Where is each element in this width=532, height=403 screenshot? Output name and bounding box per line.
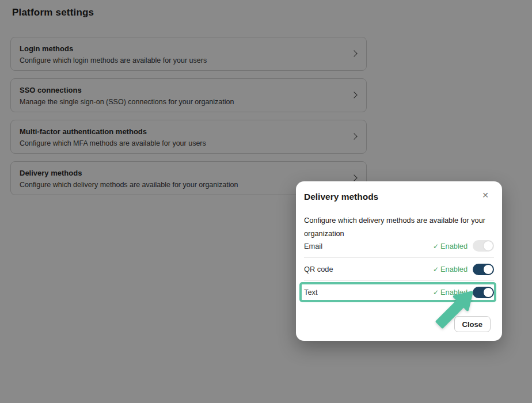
toggle-knob [484, 241, 493, 250]
text-toggle[interactable] [473, 287, 494, 298]
status-label: Enabled [440, 288, 468, 296]
toggle-knob [484, 265, 493, 274]
row-qr-code: QR code ✓Enabled [304, 257, 494, 280]
close-button[interactable]: Close [454, 316, 491, 332]
toggle-knob [484, 288, 493, 297]
status-label: Enabled [440, 242, 468, 250]
row-email: Email ✓Enabled [304, 234, 494, 257]
row-label: QR code [304, 265, 333, 273]
row-text: Text ✓Enabled [304, 280, 494, 303]
status-enabled: ✓Enabled [433, 242, 468, 250]
email-toggle[interactable] [473, 240, 494, 252]
status-enabled: ✓Enabled [433, 288, 468, 296]
delivery-methods-modal: Delivery methods ✕ Configure which deliv… [296, 181, 502, 341]
delivery-method-list: Email ✓Enabled QR code ✓Enabled Text ✓En… [304, 234, 494, 303]
row-label: Email [304, 242, 322, 250]
status-enabled: ✓Enabled [433, 265, 468, 273]
qr-code-toggle[interactable] [473, 264, 494, 275]
row-label: Text [304, 288, 317, 296]
check-icon: ✓ [433, 242, 439, 250]
status-label: Enabled [440, 265, 468, 273]
modal-title: Delivery methods [304, 192, 378, 202]
check-icon: ✓ [433, 265, 439, 273]
close-icon[interactable]: ✕ [480, 189, 491, 201]
check-icon: ✓ [433, 288, 439, 296]
